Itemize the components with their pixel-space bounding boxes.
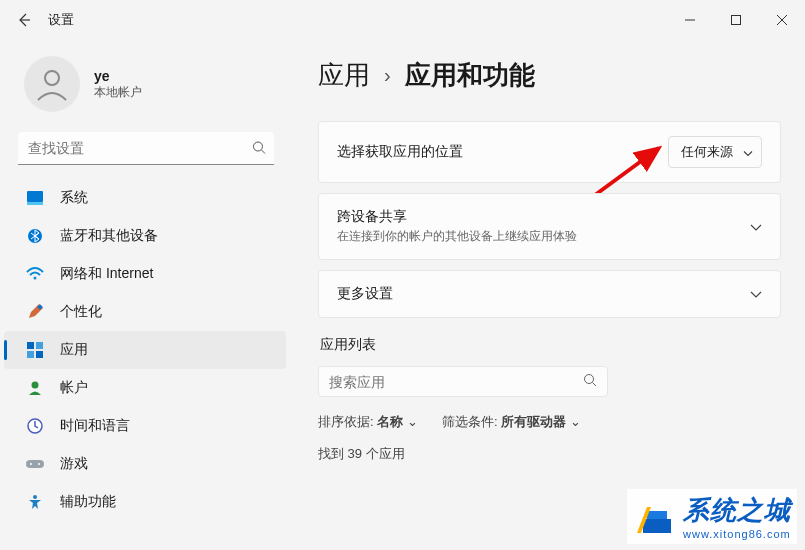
sidebar: ye 本地帐户 系统 蓝牙和其他设备 网络和 Internet 个性 — [0, 40, 290, 550]
svg-rect-25 — [643, 519, 671, 533]
sidebar-item-label: 辅助功能 — [60, 493, 116, 511]
svg-rect-15 — [36, 351, 43, 358]
sidebar-item-personalization[interactable]: 个性化 — [4, 293, 286, 331]
svg-rect-18 — [26, 460, 44, 468]
svg-line-24 — [593, 383, 597, 387]
time-language-icon — [26, 417, 44, 435]
breadcrumb-parent[interactable]: 应用 — [318, 58, 370, 93]
svg-point-16 — [32, 382, 39, 389]
sidebar-search[interactable] — [18, 132, 274, 165]
sidebar-item-gaming[interactable]: 游戏 — [4, 445, 286, 483]
share-sub: 在连接到你的帐户的其他设备上继续应用体验 — [337, 228, 577, 245]
minimize-icon — [684, 14, 696, 26]
maximize-icon — [730, 14, 742, 26]
app-source-value: 任何来源 — [681, 144, 733, 159]
chevron-down-icon — [743, 145, 753, 160]
sort-filter-line: 排序依据: 名称 ⌄ 筛选条件: 所有驱动器 ⌄ — [318, 413, 781, 431]
share-label: 跨设备共享 — [337, 208, 577, 226]
accounts-icon — [26, 379, 44, 397]
svg-rect-12 — [27, 342, 34, 349]
sort-value: 名称 — [377, 414, 403, 429]
sort-control[interactable]: 排序依据: 名称 ⌄ — [318, 413, 418, 431]
person-icon — [32, 64, 72, 104]
chevron-down-icon: ⌄ — [407, 414, 418, 429]
svg-rect-7 — [27, 191, 43, 202]
applist-search-input[interactable] — [329, 374, 583, 390]
system-icon — [26, 189, 44, 207]
sort-label: 排序依据: — [318, 414, 374, 429]
watermark-brand: 系统之城 — [683, 493, 791, 528]
app-source-select[interactable]: 任何来源 — [668, 136, 762, 168]
sidebar-item-bluetooth[interactable]: 蓝牙和其他设备 — [4, 217, 286, 255]
app-count: 找到 39 个应用 — [318, 445, 781, 463]
svg-point-19 — [30, 463, 32, 465]
avatar — [24, 56, 80, 112]
sidebar-item-label: 系统 — [60, 189, 88, 207]
svg-point-23 — [585, 375, 594, 384]
sidebar-item-label: 网络和 Internet — [60, 265, 153, 283]
search-icon — [583, 373, 597, 390]
search-icon — [252, 140, 266, 157]
watermark-logo-icon — [633, 497, 677, 537]
svg-point-20 — [38, 463, 40, 465]
search-input[interactable] — [18, 132, 274, 165]
main-content: 应用 › 应用和功能 选择获取应用的位置 任何来源 跨设备共享 在连接到你的帐户… — [290, 40, 805, 550]
personalization-icon — [26, 303, 44, 321]
gaming-icon — [26, 455, 44, 473]
maximize-button[interactable] — [713, 4, 759, 36]
sidebar-item-accessibility[interactable]: 辅助功能 — [4, 483, 286, 521]
sidebar-item-label: 蓝牙和其他设备 — [60, 227, 158, 245]
bluetooth-icon — [26, 227, 44, 245]
sidebar-item-apps[interactable]: 应用 — [4, 331, 286, 369]
sidebar-item-label: 个性化 — [60, 303, 102, 321]
filter-control[interactable]: 筛选条件: 所有驱动器 ⌄ — [442, 413, 581, 431]
sidebar-item-network[interactable]: 网络和 Internet — [4, 255, 286, 293]
filter-value: 所有驱动器 — [501, 414, 566, 429]
sidebar-item-accounts[interactable]: 帐户 — [4, 369, 286, 407]
sidebar-item-label: 帐户 — [60, 379, 88, 397]
svg-point-5 — [254, 142, 263, 151]
accessibility-icon — [26, 493, 44, 511]
user-subtitle: 本地帐户 — [94, 84, 142, 101]
svg-rect-1 — [732, 16, 741, 25]
svg-line-6 — [262, 150, 266, 154]
chevron-down-icon — [750, 286, 762, 302]
sidebar-item-label: 时间和语言 — [60, 417, 130, 435]
card-more-settings[interactable]: 更多设置 — [318, 270, 781, 318]
watermark-url: www.xitong86.com — [683, 528, 791, 540]
sidebar-item-system[interactable]: 系统 — [4, 179, 286, 217]
svg-point-21 — [33, 495, 37, 499]
svg-point-10 — [34, 277, 37, 280]
nav: 系统 蓝牙和其他设备 网络和 Internet 个性化 应用 帐户 — [0, 179, 290, 521]
applist-title: 应用列表 — [320, 336, 781, 354]
sidebar-item-label: 游戏 — [60, 455, 88, 473]
chevron-right-icon: › — [384, 64, 391, 87]
minimize-button[interactable] — [667, 4, 713, 36]
window-title: 设置 — [48, 11, 74, 29]
close-icon — [776, 14, 788, 26]
svg-rect-8 — [27, 202, 43, 205]
wifi-icon — [26, 265, 44, 283]
apps-icon — [26, 341, 44, 359]
app-source-label: 选择获取应用的位置 — [337, 143, 463, 161]
close-button[interactable] — [759, 4, 805, 36]
applist-search[interactable] — [318, 366, 608, 397]
user-block[interactable]: ye 本地帐户 — [0, 48, 290, 132]
chevron-down-icon — [750, 219, 762, 235]
sidebar-item-label: 应用 — [60, 341, 88, 359]
back-button[interactable] — [8, 4, 40, 36]
svg-rect-13 — [36, 342, 43, 349]
filter-label: 筛选条件: — [442, 414, 498, 429]
card-app-source: 选择获取应用的位置 任何来源 — [318, 121, 781, 183]
chevron-down-icon: ⌄ — [570, 414, 581, 429]
breadcrumb-current: 应用和功能 — [405, 58, 535, 93]
svg-point-4 — [45, 71, 59, 85]
svg-rect-26 — [647, 511, 667, 519]
arrow-left-icon — [16, 12, 32, 28]
user-name: ye — [94, 68, 142, 84]
watermark: 系统之城 www.xitong86.com — [627, 489, 797, 544]
titlebar: 设置 — [0, 0, 805, 40]
svg-rect-14 — [27, 351, 34, 358]
sidebar-item-time-language[interactable]: 时间和语言 — [4, 407, 286, 445]
card-cross-device-share[interactable]: 跨设备共享 在连接到你的帐户的其他设备上继续应用体验 — [318, 193, 781, 260]
